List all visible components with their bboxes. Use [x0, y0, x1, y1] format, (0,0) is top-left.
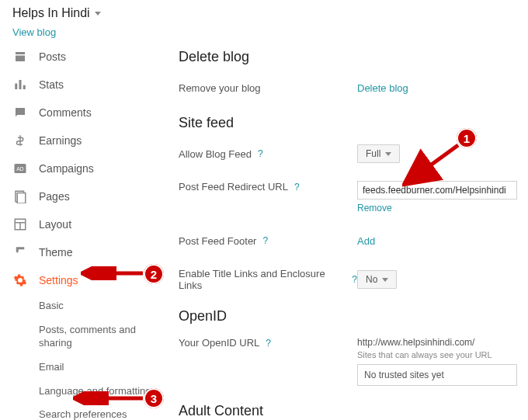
nav-label: Earnings	[39, 134, 82, 147]
sidebar-item-pages[interactable]: Pages	[6, 182, 157, 210]
nav-label: Pages	[39, 190, 70, 203]
nav-label: Campaigns	[39, 162, 94, 175]
sub-item-basic[interactable]: Basic	[39, 294, 157, 318]
sidebar-item-theme[interactable]: Theme	[6, 238, 157, 266]
redirect-url-label: Post Feed Redirect URL	[179, 181, 288, 193]
layout-icon	[12, 217, 28, 232]
section-delete-blog-title: Delete blog	[179, 49, 528, 65]
caret-down-icon	[95, 12, 101, 16]
campaigns-icon: AD	[12, 161, 28, 176]
nav-label: Theme	[39, 246, 73, 259]
sidebar-item-earnings[interactable]: Earnings	[6, 127, 157, 154]
sub-item-posts-comments[interactable]: Posts, comments and sharing	[39, 318, 157, 356]
view-blog-link[interactable]: View blog	[0, 23, 68, 43]
help-icon[interactable]: ?	[294, 182, 300, 193]
pages-icon	[12, 189, 28, 204]
comments-icon	[12, 105, 28, 120]
enable-links-value: No	[366, 274, 377, 285]
sidebar-item-settings[interactable]: Settings	[6, 266, 157, 294]
redirect-url-input[interactable]	[357, 181, 517, 200]
openid-trusted-box: No trusted sites yet	[357, 364, 517, 386]
footer-label: Post Feed Footer	[179, 235, 256, 247]
sub-item-search-prefs[interactable]: Search preferences	[39, 403, 157, 420]
help-icon[interactable]: ?	[258, 148, 263, 159]
sidebar-item-stats[interactable]: Stats	[6, 71, 157, 99]
sidebar: Posts Stats Comments Earnings AD Campaig…	[0, 43, 163, 420]
blog-title-dropdown[interactable]: Helps In Hindi	[12, 6, 101, 20]
section-adult-title: Adult Content	[179, 403, 528, 419]
enable-links-dropdown[interactable]: No	[357, 270, 397, 289]
nav-label: Posts	[39, 50, 66, 63]
enable-links-label: Enable Title Links and Enclosure Links	[179, 268, 346, 291]
main-content: Delete blog Remove your blog Delete blog…	[163, 43, 528, 420]
openid-url-label: Your OpenID URL	[179, 337, 259, 349]
allow-feed-label: Allow Blog Feed	[179, 148, 252, 160]
allow-feed-value: Full	[366, 148, 380, 159]
help-icon[interactable]: ?	[266, 338, 271, 349]
allow-feed-dropdown[interactable]: Full	[357, 144, 400, 163]
delete-blog-link[interactable]: Delete blog	[357, 82, 408, 94]
svg-rect-2	[23, 85, 26, 89]
svg-rect-6	[17, 193, 26, 204]
annotation-badge-1: 1	[457, 128, 477, 148]
svg-rect-0	[15, 84, 17, 90]
sidebar-item-campaigns[interactable]: AD Campaigns	[6, 154, 157, 182]
sidebar-item-posts[interactable]: Posts	[6, 43, 157, 71]
sidebar-item-layout[interactable]: Layout	[6, 210, 157, 238]
section-site-feed-title: Site feed	[179, 115, 528, 131]
caret-down-icon	[382, 278, 388, 282]
add-footer-link[interactable]: Add	[357, 235, 375, 247]
sub-item-language[interactable]: Language and formatting	[39, 380, 157, 404]
remove-link[interactable]: Remove	[357, 203, 392, 213]
openid-url-value: http://www.helpsinhindi.com/	[357, 337, 528, 348]
nav-label: Comments	[39, 106, 92, 119]
theme-icon	[12, 245, 28, 260]
blog-title-text: Helps In Hindi	[12, 6, 90, 20]
nav-label: Layout	[39, 218, 71, 231]
sidebar-item-comments[interactable]: Comments	[6, 99, 157, 127]
remove-blog-label: Remove your blog	[179, 82, 357, 94]
gear-icon	[12, 272, 28, 288]
nav-label: Stats	[39, 78, 64, 91]
settings-subnav: Basic Posts, comments and sharing Email …	[6, 294, 157, 420]
caret-down-icon	[385, 152, 391, 156]
earnings-icon	[12, 133, 28, 148]
posts-icon	[12, 49, 28, 64]
openid-caption: Sites that can always see your URL	[357, 350, 528, 359]
section-openid-title: OpenID	[179, 308, 528, 325]
annotation-badge-3: 3	[144, 388, 164, 408]
help-icon[interactable]: ?	[352, 274, 357, 285]
svg-text:AD: AD	[16, 166, 24, 172]
annotation-badge-2: 2	[144, 264, 164, 284]
svg-rect-1	[19, 80, 22, 89]
nav-label: Settings	[39, 274, 78, 286]
sub-item-email[interactable]: Email	[39, 356, 157, 380]
stats-icon	[12, 77, 28, 92]
help-icon[interactable]: ?	[262, 235, 268, 246]
